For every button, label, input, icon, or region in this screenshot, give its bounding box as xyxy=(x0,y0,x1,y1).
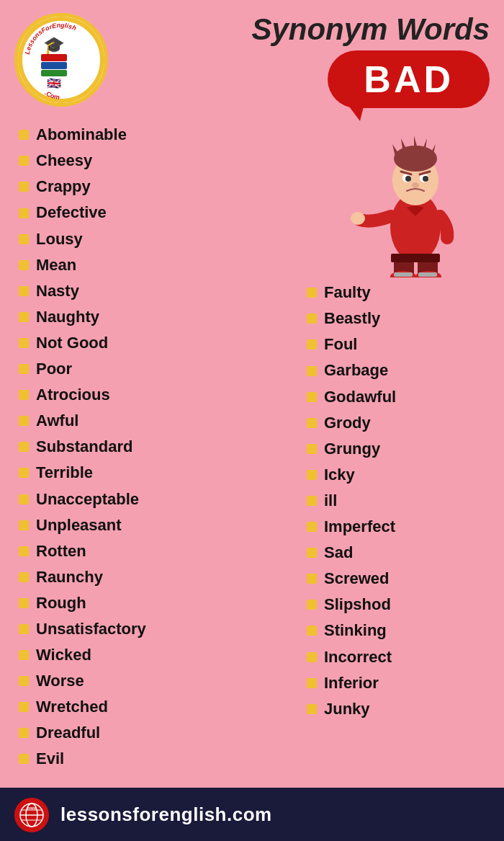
page-title: Synonym Words xyxy=(251,13,490,46)
list-item: Substandard xyxy=(14,435,302,459)
bullet-icon xyxy=(19,650,29,660)
list-item: Rotten xyxy=(14,539,302,564)
list-item: ill xyxy=(302,489,490,513)
word-label: Terrible xyxy=(36,460,93,485)
header: LessonsForEnglish .Com 🎓 🇬🇧 Synonym Word… xyxy=(0,0,504,115)
list-item: Terrible xyxy=(14,460,302,485)
svg-marker-14 xyxy=(414,135,418,151)
word-label: Wretched xyxy=(36,695,108,719)
main-word-bubble: BAD xyxy=(328,50,490,108)
list-item: Rough xyxy=(14,591,302,615)
word-label: Inferior xyxy=(324,671,379,695)
bullet-icon xyxy=(19,364,29,374)
word-label: Unpleasant xyxy=(36,513,122,538)
bullet-icon xyxy=(19,572,29,582)
list-item: Foul xyxy=(302,332,490,357)
list-item: Wicked xyxy=(14,643,302,667)
bullet-icon xyxy=(19,702,29,712)
list-item: Defective xyxy=(14,200,302,225)
list-item: Naughty xyxy=(14,305,302,329)
bullet-icon xyxy=(19,416,29,426)
word-label: Lousy xyxy=(36,227,83,252)
word-label: Unacceptable xyxy=(36,487,139,512)
bullet-icon xyxy=(19,442,29,452)
bullet-icon xyxy=(307,574,317,584)
bullet-icon xyxy=(307,470,317,480)
svg-point-19 xyxy=(405,176,411,182)
list-item: Godawful xyxy=(302,385,490,409)
bullet-icon xyxy=(307,392,317,402)
svg-rect-5 xyxy=(41,54,67,61)
list-item: Worse xyxy=(14,669,302,693)
bullet-icon xyxy=(19,754,29,764)
word-label: Godawful xyxy=(324,385,396,409)
bullet-icon xyxy=(19,520,29,530)
svg-text:www: www xyxy=(26,806,37,810)
word-label: Crappy xyxy=(36,174,91,199)
list-item: Unacceptable xyxy=(14,487,302,512)
footer: www lessonsforenglish.com xyxy=(0,788,504,841)
list-item: Screwed xyxy=(302,566,490,591)
list-item: Grungy xyxy=(302,437,490,461)
word-label: Abominable xyxy=(36,123,127,147)
word-label: Atrocious xyxy=(36,383,110,407)
word-label: Nasty xyxy=(36,279,79,303)
word-label: Faulty xyxy=(324,280,371,305)
word-label: Imperfect xyxy=(324,515,395,539)
bullet-icon xyxy=(307,288,317,298)
left-column: AbominableCheesyCrappyDefectiveLousyMean… xyxy=(14,123,302,773)
bullet-icon xyxy=(19,312,29,322)
list-item: Poor xyxy=(14,357,302,381)
bullet-icon xyxy=(19,208,29,218)
list-item: Slipshod xyxy=(302,592,490,617)
word-label: Grungy xyxy=(324,437,380,461)
list-item: Evil xyxy=(14,747,302,771)
right-column: FaultyBeastlyFoulGarbageGodawfulGrodyGru… xyxy=(302,123,490,773)
list-item: Garbage xyxy=(302,358,490,383)
list-item: Icky xyxy=(302,463,490,487)
bullet-icon xyxy=(19,624,29,634)
logo: LessonsForEnglish .Com 🎓 🇬🇧 xyxy=(14,13,108,107)
list-item: Beastly xyxy=(302,306,490,331)
bullet-icon xyxy=(19,156,29,166)
right-words-list: FaultyBeastlyFoulGarbageGodawfulGrodyGru… xyxy=(302,280,490,723)
word-label: Stinking xyxy=(324,618,387,643)
bullet-icon xyxy=(307,313,317,324)
list-item: Atrocious xyxy=(14,383,302,407)
bullet-icon xyxy=(19,182,29,192)
word-label: Rotten xyxy=(36,539,86,564)
list-item: Abominable xyxy=(14,123,302,147)
bullet-icon xyxy=(307,522,317,532)
word-label: Dreadful xyxy=(36,721,100,745)
list-item: Not Good xyxy=(14,331,302,355)
list-item: Crappy xyxy=(14,174,302,199)
list-item: Cheesy xyxy=(14,148,302,173)
list-item: Incorrect xyxy=(302,645,490,669)
bullet-icon xyxy=(307,339,317,350)
list-item: Stinking xyxy=(302,618,490,643)
word-label: Junky xyxy=(324,697,370,721)
bullet-icon xyxy=(19,130,29,140)
word-label: Naughty xyxy=(36,305,99,329)
bullet-icon xyxy=(307,548,317,558)
word-label: ill xyxy=(324,489,337,513)
list-item: Nasty xyxy=(14,279,302,303)
list-item: Inferior xyxy=(302,671,490,695)
bullet-icon xyxy=(19,728,29,738)
list-item: Unpleasant xyxy=(14,513,302,538)
bullet-icon xyxy=(19,338,29,348)
list-item: Unsatisfactory xyxy=(14,617,302,641)
word-label: Raunchy xyxy=(36,565,103,589)
word-label: Defective xyxy=(36,200,107,225)
bullet-icon xyxy=(19,260,29,270)
bullet-icon xyxy=(19,234,29,244)
word-label: Unsatisfactory xyxy=(36,617,146,641)
word-label: Cheesy xyxy=(36,148,92,173)
list-item: Grody xyxy=(302,411,490,435)
main-word: BAD xyxy=(364,58,454,100)
bullet-icon xyxy=(19,598,29,608)
word-label: Rough xyxy=(36,591,86,615)
bullet-icon xyxy=(307,600,317,610)
list-item: Junky xyxy=(302,697,490,721)
list-item: Awful xyxy=(14,409,302,433)
